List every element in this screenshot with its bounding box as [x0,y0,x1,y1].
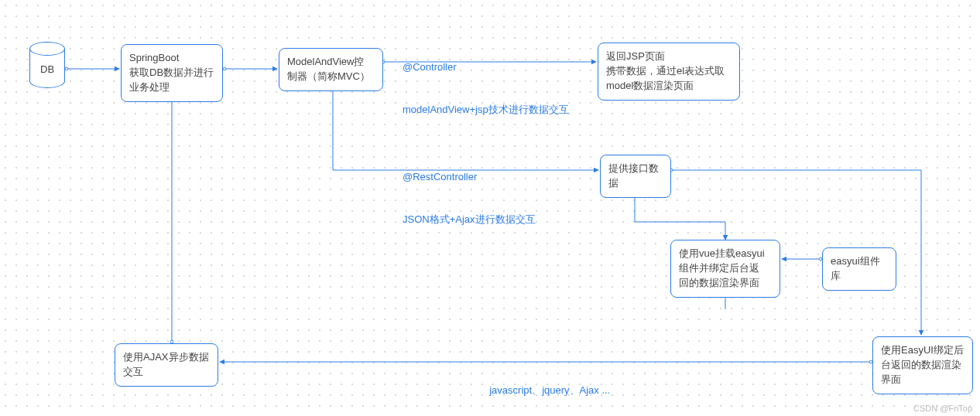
text: 界面 [881,373,965,387]
node-jsp: 返回JSP页面 携带数据，通过el表达式取 model数据渲染页面 [598,43,740,101]
text: 使用vue挂载easyui [679,247,772,261]
node-easyui-lib: easyui组件库 [822,247,896,291]
text: model数据渲染页面 [606,79,732,94]
text: 制器（简称MVC） [287,70,375,84]
text: javascript、jquery、Ajax ... [489,384,610,396]
text: 回的数据渲染界面 [679,276,772,291]
text: 提供接口数据 [608,162,663,191]
node-ajax: 使用AJAX异步数据 交互 [115,343,218,387]
text: 组件并绑定后台返 [679,261,772,276]
text: 获取DB数据并进行 [129,66,214,80]
node-api: 提供接口数据 [600,155,671,198]
text: @Controller [403,60,569,74]
node-springboot: SpringBoot 获取DB数据并进行 业务处理 [121,44,223,102]
text: easyui组件库 [831,254,888,284]
text: @RestController [403,170,536,184]
node-vue: 使用vue挂载easyui 组件并绑定后台返 回的数据渲染界面 [670,240,780,298]
text: 交互 [123,365,210,380]
node-easyui-bind: 使用EasyUI绑定后 台返回的数据渲染 界面 [872,336,973,394]
text: SpringBoot [129,51,214,66]
text: 使用EasyUI绑定后 [881,343,965,358]
watermark: CSDN @FnTop [913,404,972,413]
text: 使用AJAX异步数据 [123,350,210,365]
node-db-label: DB [40,63,54,75]
text: modelAndView+jsp技术进行数据交互 [403,103,569,117]
edge-label-controller: @Controller modelAndView+jsp技术进行数据交互 [403,32,569,131]
text: 业务处理 [129,80,214,95]
text: ModelAndView控 [287,55,375,70]
text: 台返回的数据渲染 [881,358,965,373]
node-mvc: ModelAndView控 制器（简称MVC） [279,48,383,91]
text: JSON格式+Ajax进行数据交互 [403,213,536,227]
edge-label-rest: @RestController JSON格式+Ajax进行数据交互 [403,142,536,240]
text: 携带数据，通过el表达式取 [606,64,732,79]
edge-label-js: javascript、jquery、Ajax ... [484,370,610,397]
text: 返回JSP页面 [606,49,732,64]
